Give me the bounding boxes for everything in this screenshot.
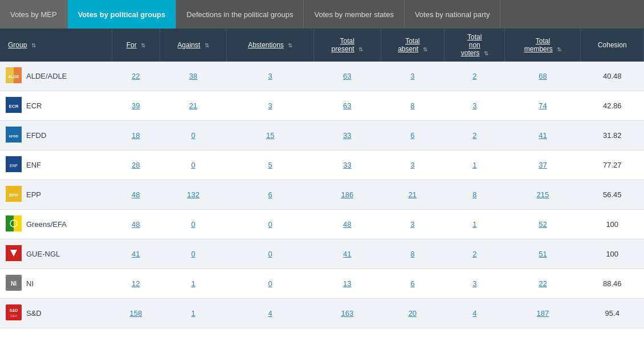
cell-group-ni: NINI xyxy=(0,269,112,299)
cell-link-total_absent[interactable]: 3 xyxy=(410,72,414,80)
cell-link-total_members[interactable]: 52 xyxy=(539,220,547,229)
cell-link-abstentions[interactable]: 3 xyxy=(268,101,272,110)
cell-total_present: 63 xyxy=(313,62,381,91)
cell-link-for[interactable]: 28 xyxy=(132,161,140,169)
cell-link-total_non_voters[interactable]: 2 xyxy=(472,131,476,140)
cell-for: 22 xyxy=(112,62,160,91)
cell-link-total_present[interactable]: 33 xyxy=(343,131,351,140)
cell-link-against[interactable]: 38 xyxy=(189,72,197,80)
cell-link-abstentions[interactable]: 15 xyxy=(266,131,274,140)
cell-link-abstentions[interactable]: 0 xyxy=(268,220,272,229)
cell-link-total_present[interactable]: 13 xyxy=(343,279,351,288)
cell-link-total_absent[interactable]: 21 xyxy=(409,190,417,199)
cell-link-for[interactable]: 22 xyxy=(132,72,140,80)
cell-link-total_absent[interactable]: 3 xyxy=(410,220,414,229)
cell-link-total_non_voters[interactable]: 3 xyxy=(472,279,476,288)
greens-icon xyxy=(6,215,22,233)
cell-link-total_present[interactable]: 41 xyxy=(343,250,351,258)
col-total-absent-sort-icon[interactable]: ⇅ xyxy=(423,46,427,52)
cell-link-total_absent[interactable]: 3 xyxy=(410,161,414,169)
cell-link-total_non_voters[interactable]: 1 xyxy=(472,161,476,169)
cell-total_absent: 3 xyxy=(381,62,444,91)
cell-link-abstentions[interactable]: 3 xyxy=(268,72,272,80)
col-for-label[interactable]: For xyxy=(127,41,137,49)
cell-link-for[interactable]: 158 xyxy=(129,309,142,318)
cell-group-alde: ALDEALDE/ADLE xyxy=(0,62,112,91)
col-for-sort-icon[interactable]: ⇅ xyxy=(141,42,145,48)
cell-group-ecr: ECRECR xyxy=(0,91,112,121)
tab-member-states[interactable]: Votes by member states xyxy=(304,0,404,29)
tab-national[interactable]: Votes by national party xyxy=(405,0,501,29)
cell-link-total_present[interactable]: 33 xyxy=(343,161,351,169)
col-total-non-voters-label[interactable]: Totalnonvoters xyxy=(461,33,482,57)
col-total-non-voters-sort-icon[interactable]: ⇅ xyxy=(484,50,488,56)
cell-link-total_members[interactable]: 215 xyxy=(537,190,549,199)
cell-link-for[interactable]: 41 xyxy=(132,250,140,258)
cell-link-total_non_voters[interactable]: 2 xyxy=(472,250,476,258)
cell-link-against[interactable]: 0 xyxy=(191,220,195,229)
cell-link-against[interactable]: 1 xyxy=(191,309,195,318)
cell-link-total_members[interactable]: 51 xyxy=(539,250,547,258)
cell-link-total_members[interactable]: 22 xyxy=(539,279,547,288)
cell-link-total_present[interactable]: 63 xyxy=(343,72,351,80)
cell-group-greens: Greens/EFA xyxy=(0,210,112,239)
cell-link-abstentions[interactable]: 4 xyxy=(268,309,272,318)
cell-link-total_non_voters[interactable]: 3 xyxy=(472,101,476,110)
cell-link-total_present[interactable]: 163 xyxy=(341,309,353,318)
cell-link-total_absent[interactable]: 20 xyxy=(409,309,417,318)
cell-link-total_members[interactable]: 187 xyxy=(537,309,549,318)
cell-link-abstentions[interactable]: 0 xyxy=(268,250,272,258)
cell-link-total_present[interactable]: 186 xyxy=(341,190,353,199)
cell-link-abstentions[interactable]: 5 xyxy=(268,161,272,169)
cell-link-against[interactable]: 1 xyxy=(191,279,195,288)
cell-link-total_non_voters[interactable]: 1 xyxy=(472,220,476,229)
cell-link-total_members[interactable]: 74 xyxy=(539,101,547,110)
cell-link-total_members[interactable]: 68 xyxy=(539,72,547,80)
col-total-present-sort-icon[interactable]: ⇅ xyxy=(358,46,363,52)
cell-link-for[interactable]: 48 xyxy=(132,190,140,199)
cell-link-against[interactable]: 21 xyxy=(189,101,197,110)
cell-link-total_non_voters[interactable]: 8 xyxy=(472,190,476,199)
ecr-icon: ECR xyxy=(6,97,22,115)
cell-link-total_absent[interactable]: 6 xyxy=(410,131,414,140)
cell-total_members: 51 xyxy=(505,239,581,269)
cell-total_members: 74 xyxy=(505,91,581,121)
cell-link-total_members[interactable]: 37 xyxy=(539,161,547,169)
col-total-present-label[interactable]: Totalpresent xyxy=(332,37,354,53)
cell-link-total_absent[interactable]: 8 xyxy=(410,250,414,258)
col-against-label[interactable]: Against xyxy=(177,41,200,49)
group-label: EPP xyxy=(26,190,41,199)
tab-defections[interactable]: Defections in the political groups xyxy=(176,0,304,29)
col-against-sort-icon[interactable]: ⇅ xyxy=(205,42,209,48)
cell-link-total_non_voters[interactable]: 4 xyxy=(472,309,476,318)
tab-mep[interactable]: Votes by MEP xyxy=(0,0,68,29)
cell-total_non_voters: 3 xyxy=(445,91,505,121)
tab-bar: Votes by MEPVotes by political groupsDef… xyxy=(0,0,644,29)
cell-link-total_non_voters[interactable]: 2 xyxy=(472,72,476,80)
cell-link-for[interactable]: 48 xyxy=(132,220,140,229)
cell-link-abstentions[interactable]: 0 xyxy=(268,279,272,288)
cell-link-total_absent[interactable]: 8 xyxy=(410,101,414,110)
cell-link-for[interactable]: 12 xyxy=(132,279,140,288)
cell-link-total_present[interactable]: 48 xyxy=(343,220,351,229)
cell-link-for[interactable]: 18 xyxy=(132,131,140,140)
col-abstentions-sort-icon[interactable]: ⇅ xyxy=(288,42,292,48)
cell-against: 1 xyxy=(160,269,227,299)
cell-link-against[interactable]: 0 xyxy=(191,250,195,258)
cell-link-for[interactable]: 39 xyxy=(132,101,140,110)
col-group-sort-icon[interactable]: ⇅ xyxy=(31,42,36,48)
col-total-members-sort-icon[interactable]: ⇅ xyxy=(557,46,561,52)
cell-link-total_present[interactable]: 63 xyxy=(343,101,351,110)
col-group-label[interactable]: Group xyxy=(8,41,27,49)
col-abstentions-label[interactable]: Abstentions xyxy=(248,41,284,49)
cell-link-total_absent[interactable]: 6 xyxy=(410,279,414,288)
col-total-members-label[interactable]: Totalmembers xyxy=(524,37,553,53)
cell-link-against[interactable]: 132 xyxy=(187,190,199,199)
cell-link-against[interactable]: 0 xyxy=(191,161,195,169)
cell-group-gue: GUE-NGL xyxy=(0,239,112,269)
cell-link-against[interactable]: 0 xyxy=(191,131,195,140)
tab-political[interactable]: Votes by political groups xyxy=(68,0,177,29)
cell-link-total_members[interactable]: 41 xyxy=(539,131,547,140)
cell-link-abstentions[interactable]: 6 xyxy=(268,190,272,199)
col-total-absent-label[interactable]: Totalabsent xyxy=(398,37,419,53)
